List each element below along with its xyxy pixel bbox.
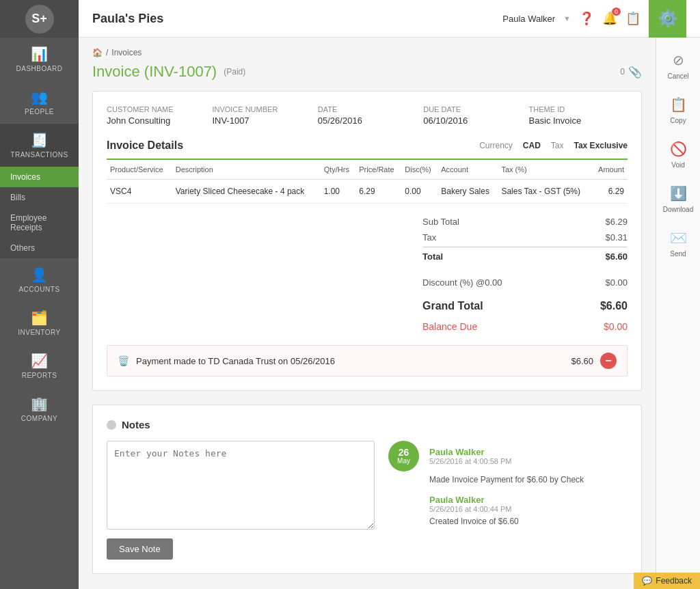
activity-meta-1: Paula Walker 5/26/2016 at 4:00:58 PM <box>429 447 511 465</box>
sidebar: S+ 📊 DASHBOARD 👥 PEOPLE 🧾 TRANSACTIONS I… <box>0 0 79 589</box>
user-menu[interactable]: Paula Walker <box>502 14 555 24</box>
download-button[interactable]: ⬇️ Download <box>660 178 697 219</box>
invoice-card: Customer Name John Consulting Invoice Nu… <box>92 91 642 391</box>
sidebar-item-dashboard[interactable]: 📊 DASHBOARD <box>0 38 79 81</box>
company-icon: 🏢 <box>31 396 49 412</box>
sync-icon[interactable]: 📋 <box>625 11 641 26</box>
currency-tax-row: Currency CAD Tax Tax Exclusive <box>479 141 628 150</box>
invoice-table: Product/Service Description Qty/Hrs Pric… <box>107 159 628 204</box>
feedback-button[interactable]: 💬 Feedback <box>634 573 700 589</box>
invoice-number-col: Invoice Number INV-1007 <box>212 105 310 126</box>
notes-indicator <box>107 420 116 430</box>
payment-row: 🗑️ Payment made to TD Canada Trust on 05… <box>107 345 628 376</box>
cell-account: Bakery Sales <box>438 180 498 204</box>
notes-content: Save Note 26 May Paula Walker <box>107 441 628 560</box>
sidebar-item-bills[interactable]: Bills <box>0 187 79 208</box>
discount-label: Discount (%) @0.00 <box>422 277 502 288</box>
customer-name-col: Customer Name John Consulting <box>107 105 205 126</box>
sidebar-item-inventory[interactable]: 🗂️ INVENTORY <box>0 301 79 344</box>
sidebar-item-accounts[interactable]: 👤 ACCOUNTS <box>0 258 79 301</box>
people-icon: 👥 <box>31 89 49 105</box>
reports-icon: 📈 <box>31 353 49 369</box>
col-price: Price/Rate <box>355 159 401 180</box>
breadcrumb-separator: / <box>106 48 108 57</box>
transactions-icon: 🧾 <box>31 132 49 148</box>
remove-payment-button[interactable]: − <box>600 353 617 369</box>
activity-time-2: 5/26/2016 at 4:00:44 PM <box>429 505 511 513</box>
customer-name-value: John Consulting <box>107 115 205 126</box>
delete-payment-icon[interactable]: 🗑️ <box>118 355 129 366</box>
logo: S+ <box>0 0 79 38</box>
invoice-status: (Paid) <box>224 67 245 77</box>
date-badge-1: 26 May <box>388 441 419 471</box>
notes-left: Save Note <box>107 441 375 560</box>
attachment-icon[interactable]: 📎 <box>628 66 642 79</box>
top-header: Paula's Pies Paula Walker ▼ ❓ 🔔 0 📋 ⚙️ <box>79 0 700 38</box>
sidebar-item-invoices[interactable]: Invoices <box>0 167 79 187</box>
col-description: Description <box>172 159 321 180</box>
notes-right: 26 May Paula Walker 5/26/2016 at 4:00:58… <box>388 441 628 560</box>
settings-button[interactable]: ⚙️ <box>649 0 686 38</box>
discount-row: Discount (%) @0.00 $0.00 <box>422 275 628 290</box>
balance-due-row: Balance Due $0.00 <box>422 318 628 335</box>
tax-label: Tax <box>551 141 564 150</box>
col-disc: Disc(%) <box>401 159 438 180</box>
invoice-title: Invoice (INV-1007) <box>92 63 217 81</box>
date-day-1: 26 <box>399 448 409 457</box>
copy-icon: 📋 <box>669 95 688 114</box>
activity-item-2: Paula Walker 5/26/2016 at 4:00:44 PM Cre… <box>388 495 628 526</box>
void-label: Void <box>671 161 684 169</box>
payment-amount: $6.60 <box>571 356 593 366</box>
date-label: Date <box>318 105 416 113</box>
sidebar-item-others[interactable]: Others <box>0 238 79 258</box>
notes-textarea[interactable] <box>107 441 375 530</box>
activity-text-1: Made Invoice Payment for $6.60 by Check <box>429 475 628 484</box>
sidebar-item-people[interactable]: 👥 PEOPLE <box>0 81 79 124</box>
tax-amount-label: Tax <box>422 232 436 243</box>
logo-icon: S+ <box>25 5 54 33</box>
page-content: 🏠 / Invoices Invoice (INV-1007) (Paid) 0… <box>79 38 656 589</box>
activity-time-1: 5/26/2016 at 4:00:58 PM <box>429 457 511 465</box>
copy-button[interactable]: 📋 Copy <box>660 89 697 130</box>
discount-value: $0.00 <box>605 277 628 288</box>
sidebar-item-transactions[interactable]: 🧾 TRANSACTIONS <box>0 124 79 167</box>
breadcrumb-invoices[interactable]: Invoices <box>111 48 142 57</box>
sidebar-item-employee-receipts[interactable]: Employee Receipts <box>0 208 79 238</box>
customer-info: Customer Name John Consulting Invoice Nu… <box>107 105 628 126</box>
total-row: Total $6.60 <box>422 247 628 264</box>
currency-label: Currency <box>479 141 513 150</box>
due-date-col: Due Date 06/10/2016 <box>423 105 522 126</box>
invoice-details-header: Invoice Details Currency CAD Tax Tax Exc… <box>107 139 628 152</box>
cancel-icon: ⊘ <box>669 51 688 70</box>
cell-price: 6.29 <box>355 180 401 204</box>
activity-text-2: Created Invoice of $6.60 <box>429 517 628 526</box>
main-area: Paula's Pies Paula Walker ▼ ❓ 🔔 0 📋 ⚙️ 🏠… <box>79 0 700 589</box>
activity-item-1: 26 May Paula Walker 5/26/2016 at 4:00:58… <box>388 441 628 484</box>
grand-total-value: $6.60 <box>600 300 628 312</box>
activity-header-2: Paula Walker 5/26/2016 at 4:00:44 PM <box>388 495 628 513</box>
save-note-button[interactable]: Save Note <box>107 538 173 560</box>
invoice-number-label: Invoice Number <box>212 105 310 113</box>
cell-disc: 0.00 <box>401 180 438 204</box>
sidebar-item-reports[interactable]: 📈 REPORTS <box>0 344 79 387</box>
transactions-submenu: Invoices Bills Employee Receipts Others <box>0 167 79 258</box>
sidebar-item-company[interactable]: 🏢 COMPANY <box>0 387 79 430</box>
invoice-details-title: Invoice Details <box>107 139 183 152</box>
cancel-button[interactable]: ⊘ Cancel <box>660 44 697 85</box>
help-icon[interactable]: ❓ <box>579 11 594 26</box>
col-tax: Tax (%) <box>498 159 591 180</box>
balance-due-value: $0.00 <box>604 321 628 332</box>
col-account: Account <box>438 159 498 180</box>
home-icon[interactable]: 🏠 <box>92 48 103 57</box>
notifications-icon[interactable]: 🔔 0 <box>602 11 617 26</box>
cell-description: Variety Sliced Cheesecake - 4 pack <box>172 180 321 204</box>
send-button[interactable]: ✉️ Send <box>660 222 697 263</box>
feedback-icon: 💬 <box>642 576 652 586</box>
void-button[interactable]: 🚫 Void <box>660 133 697 174</box>
cell-qty: 1.00 <box>321 180 356 204</box>
notes-title: Notes <box>122 419 150 430</box>
subtotal-label: Sub Total <box>422 217 459 227</box>
payment-text: Payment made to TD Canada Trust on 05/26… <box>136 356 335 366</box>
download-label: Download <box>663 206 693 213</box>
cell-product: VSC4 <box>107 180 172 204</box>
